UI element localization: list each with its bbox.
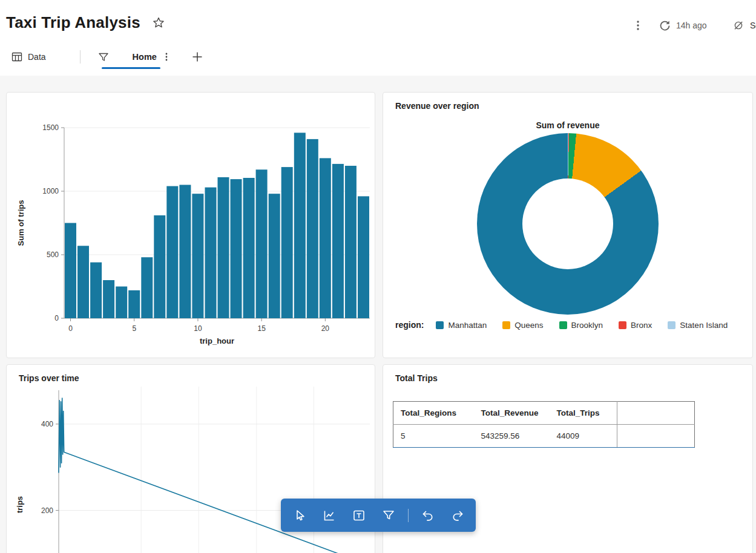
active-tab-underline: [102, 67, 160, 69]
pointer-icon: [292, 508, 307, 523]
app-header: Taxi Trip Analysis 14h ago: [0, 0, 756, 44]
legend-item[interactable]: Bronx: [619, 321, 652, 330]
legend-item[interactable]: Staten Island: [668, 321, 728, 330]
truncated-action-label: Se: [750, 21, 756, 30]
add-chart-tile-button[interactable]: [319, 505, 340, 526]
svg-text:1500: 1500: [42, 123, 59, 132]
filter-icon: [381, 508, 396, 523]
more-options-button[interactable]: [631, 18, 645, 33]
refresh-age-label: 14h ago: [676, 21, 707, 30]
svg-text:200: 200: [41, 506, 53, 515]
svg-text:10: 10: [194, 324, 202, 333]
table-grid-icon: [11, 51, 23, 63]
truncated-action[interactable]: Se: [731, 18, 756, 33]
donut-chart-canvas[interactable]: [477, 133, 659, 315]
dashboard-page: Taxi Trip Analysis 14h ago: [0, 0, 756, 553]
tab-home-label: Home: [133, 52, 157, 62]
donut-hole: [522, 178, 613, 269]
tile-revenue-over-region: Revenue over region Sum of revenue regio…: [383, 92, 753, 358]
table-header-row: Total_RegionsTotal_RevenueTotal_Trips: [393, 402, 695, 425]
legend-item-label: Staten Island: [680, 321, 728, 330]
legend-title: region:: [395, 320, 424, 330]
star-icon: [151, 16, 166, 30]
redo-button[interactable]: [447, 505, 468, 526]
filter-icon: [97, 51, 110, 63]
legend-item[interactable]: Queens: [502, 321, 543, 330]
filters-button[interactable]: [95, 48, 112, 65]
add-page-button[interactable]: [188, 48, 206, 66]
tile-title: Total Trips: [383, 365, 752, 383]
tile-title: Revenue over region: [383, 93, 752, 111]
table-header-cell: [617, 402, 695, 425]
kebab-icon: [632, 19, 644, 32]
svg-text:Sum of trips: Sum of trips: [16, 200, 25, 246]
svg-text:0: 0: [54, 314, 59, 322]
page-title: Taxi Trip Analysis: [6, 13, 140, 32]
canvas-edit-toolbar: [281, 499, 476, 532]
tab-data[interactable]: Data: [7, 48, 50, 65]
legend-swatch: [502, 321, 510, 329]
table-header-cell: Total_Revenue: [474, 402, 550, 425]
pointer-tool-button[interactable]: [289, 505, 310, 526]
favorite-star-icon[interactable]: [151, 16, 166, 30]
table-cell: 5: [393, 425, 474, 448]
table-cell: 543259.56: [474, 425, 550, 448]
tab-data-label: Data: [28, 52, 46, 62]
legend-swatch: [559, 321, 567, 329]
svg-text:500: 500: [47, 250, 59, 259]
legend-item-label: Bronx: [631, 321, 652, 330]
toolbar-separator: [408, 509, 409, 522]
svg-text:1000: 1000: [42, 187, 59, 195]
add-text-tile-button[interactable]: [349, 505, 369, 526]
plus-icon: [192, 51, 203, 62]
legend-swatch: [668, 321, 675, 329]
tile-trips-by-hour: 05001000150005101520trip_hourSum of trip…: [6, 92, 375, 358]
legend-item-label: Manhattan: [448, 321, 487, 330]
svg-text:5: 5: [132, 324, 136, 333]
legend-item[interactable]: Brooklyn: [559, 321, 603, 330]
legend-swatch: [619, 321, 626, 329]
eye-off-icon: [731, 18, 746, 33]
table-header-cell: Total_Regions: [393, 402, 474, 425]
tile-title: Trips over time: [7, 365, 375, 383]
refresh-icon: [659, 19, 671, 32]
svg-text:0: 0: [68, 324, 73, 333]
undo-button[interactable]: [418, 505, 438, 526]
svg-text:15: 15: [257, 324, 266, 333]
svg-text:trips: trips: [15, 496, 24, 513]
dashboard-canvas: 05001000150005101520trip_hourSum of trip…: [0, 76, 756, 553]
table-cell: [617, 425, 695, 448]
donut-ring[interactable]: [477, 133, 659, 315]
tab-home[interactable]: Home: [129, 50, 174, 64]
table-cell: 44009: [550, 425, 617, 448]
pie-legend: region: ManhattanQueensBrooklynBronxStat…: [395, 320, 741, 330]
redo-icon: [450, 508, 465, 523]
table-row: 5543259.5644009: [393, 425, 695, 448]
legend-swatch: [436, 321, 444, 329]
undo-icon: [421, 508, 435, 523]
add-filter-button[interactable]: [378, 505, 399, 526]
tabbar-divider: [80, 50, 81, 64]
bar-chart-canvas[interactable]: 05001000150005101520trip_hourSum of trip…: [7, 93, 375, 358]
svg-text:400: 400: [41, 420, 53, 428]
tab-home-kebab-icon[interactable]: [163, 52, 170, 62]
refresh-button[interactable]: [657, 18, 672, 33]
line-chart-icon: [322, 508, 337, 523]
tab-bar: Data Home: [0, 44, 756, 76]
legend-item[interactable]: Manhattan: [436, 321, 487, 330]
svg-text:trip_hour: trip_hour: [200, 336, 234, 345]
total-trips-table: Total_RegionsTotal_RevenueTotal_Trips 55…: [393, 401, 695, 448]
legend-item-label: Queens: [514, 321, 543, 330]
legend-item-label: Brooklyn: [571, 321, 603, 330]
pie-chart-title: Sum of revenue: [383, 120, 752, 130]
refresh-group: 14h ago: [657, 18, 707, 33]
table-header-cell: Total_Trips: [550, 402, 617, 425]
svg-text:20: 20: [321, 324, 330, 333]
text-tile-icon: [352, 508, 366, 523]
